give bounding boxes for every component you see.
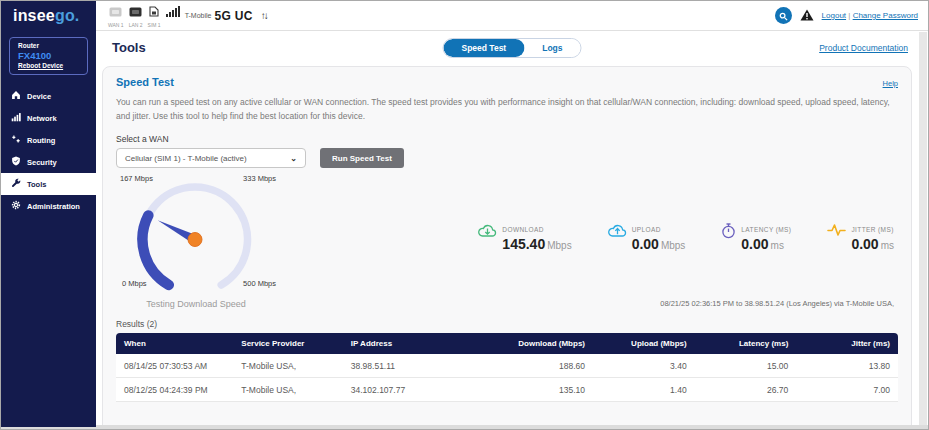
column-header: Upload (Mbps) xyxy=(593,333,695,354)
gauge-status-text: Testing Download Speed xyxy=(116,299,276,309)
product-documentation-link[interactable]: Product Documentation xyxy=(819,43,908,53)
logo-text-right: go. xyxy=(55,7,80,25)
stopwatch-icon xyxy=(721,223,736,243)
search-button[interactable] xyxy=(775,7,792,24)
search-icon xyxy=(779,7,788,25)
column-header: Latency (ms) xyxy=(695,333,797,354)
metrics-row: DOWNLOAD 145.40Mbps UPLOAD 0.00Mbps xyxy=(288,223,894,253)
port-label: LAN 2 xyxy=(129,22,143,28)
inseego-logo: inseego. xyxy=(1,1,96,31)
link-divider: | xyxy=(848,11,850,20)
tab-logs[interactable]: Logs xyxy=(524,39,580,57)
topbar: WAN 1 LAN 2 SIM 1 T-Mobile 5G UC ↑↓ Logo… xyxy=(96,1,928,31)
wan-port-icon xyxy=(109,3,122,21)
logo-text-left: insee xyxy=(13,7,55,25)
traffic-arrows-icon: ↑↓ xyxy=(261,10,267,21)
port-label: SIM 1 xyxy=(148,22,161,28)
sidebar-item-network[interactable]: Network xyxy=(1,107,96,129)
cell-ip: 34.102.107.77 xyxy=(343,378,492,402)
scrollbar-track[interactable] xyxy=(919,32,927,425)
session-info-text: 08/21/25 02:36:15 PM to 38.98.51.24 (Los… xyxy=(288,299,894,309)
cell-ip: 38.98.51.11 xyxy=(343,354,492,378)
reboot-device-link[interactable]: Reboot Device xyxy=(18,62,79,69)
sidebar-item-security[interactable]: Security xyxy=(1,151,96,173)
results-table: When Service Provider IP Address Downloa… xyxy=(116,333,898,402)
cell-jitter: 13.80 xyxy=(796,354,898,378)
sidebar-item-tools[interactable]: Tools xyxy=(1,173,96,195)
port-status-group: WAN 1 LAN 2 SIM 1 xyxy=(108,3,180,28)
metric-label: JITTER (MS) xyxy=(851,226,894,233)
metric-jitter: JITTER (MS) 0.00ms xyxy=(827,223,894,253)
metric-label: LATENCY (MS) xyxy=(741,226,791,233)
wan-port-status: WAN 1 xyxy=(108,3,124,28)
sidebar-item-label: Administration xyxy=(27,202,80,211)
metric-unit: ms xyxy=(771,240,784,251)
lan-port-status: LAN 2 xyxy=(129,3,143,28)
card-title: Speed Test xyxy=(116,76,174,88)
table-row: 08/12/25 04:24:39 PM T-Mobile USA, 34.10… xyxy=(116,378,898,402)
carrier-name: T-Mobile xyxy=(185,12,212,19)
column-header: Service Provider xyxy=(233,333,342,354)
speed-test-description: You can run a speed test on any active c… xyxy=(116,95,890,123)
network-type-badge: 5G UC xyxy=(214,9,252,23)
jitter-icon xyxy=(827,223,846,241)
metric-unit: ms xyxy=(881,240,894,251)
metric-unit: Mbps xyxy=(661,240,685,251)
sidebar-item-label: Routing xyxy=(27,136,55,145)
sidebar-item-label: Security xyxy=(27,158,57,167)
table-row: 08/14/25 07:30:53 AM T-Mobile USA, 38.98… xyxy=(116,354,898,378)
column-header: IP Address xyxy=(343,333,492,354)
metric-latency: LATENCY (MS) 0.00ms xyxy=(721,223,791,253)
gauge-arc xyxy=(132,181,258,291)
bottom-border-strip xyxy=(1,425,928,429)
select-wan-label: Select a WAN xyxy=(116,134,898,144)
shield-icon xyxy=(11,156,21,168)
cloud-download-icon xyxy=(478,223,497,242)
exchange-arrows-icon xyxy=(11,134,21,146)
change-password-link[interactable]: Change Password xyxy=(853,11,918,20)
app-window: inseego. Router FX4100 Reboot Device Dev… xyxy=(0,0,929,430)
metric-label: UPLOAD xyxy=(632,226,686,233)
sidebar-item-label: Device xyxy=(27,92,51,101)
run-speed-test-button[interactable]: Run Speed Test xyxy=(320,148,404,168)
sidebar-item-device[interactable]: Device xyxy=(1,85,96,107)
cell-download: 135.10 xyxy=(491,378,593,402)
lan-port-icon xyxy=(129,3,142,21)
cell-when: 08/12/25 04:24:39 PM xyxy=(116,378,233,402)
metric-value: 0.00 xyxy=(632,236,659,252)
router-model: FX4100 xyxy=(18,50,79,61)
gauge-hub xyxy=(188,233,202,247)
metric-value: 145.40 xyxy=(502,236,545,252)
cell-provider: T-Mobile USA, xyxy=(233,354,342,378)
speed-gauge: 167 Mbps 333 Mbps 0 Mbps 500 Mbps Testin… xyxy=(116,174,288,309)
cell-upload: 3.40 xyxy=(593,354,695,378)
cell-download: 188.60 xyxy=(491,354,593,378)
sidebar-item-routing[interactable]: Routing xyxy=(1,129,96,151)
router-info-box: Router FX4100 Reboot Device xyxy=(9,37,88,75)
router-label: Router xyxy=(18,42,79,49)
tab-speed-test[interactable]: Speed Test xyxy=(443,39,524,57)
chevron-down-icon: ⌄ xyxy=(290,154,297,163)
metric-upload: UPLOAD 0.00Mbps xyxy=(608,223,686,253)
cell-provider: T-Mobile USA, xyxy=(233,378,342,402)
wan-select-dropdown[interactable]: Cellular (SIM 1) - T-Mobile (active) ⌄ xyxy=(116,148,306,168)
sim-card-icon xyxy=(149,3,159,21)
table-header-row: When Service Provider IP Address Downloa… xyxy=(116,333,898,354)
gear-icon xyxy=(11,200,21,212)
column-header: Download (Mbps) xyxy=(491,333,593,354)
port-label: WAN 1 xyxy=(108,22,124,28)
speed-test-card: Speed Test Help You can run a speed test… xyxy=(102,66,912,425)
cell-jitter: 7.00 xyxy=(796,378,898,402)
results-count-label: Results (2) xyxy=(116,319,898,329)
page-title: Tools xyxy=(112,40,146,55)
column-header: When xyxy=(116,333,233,354)
metric-download: DOWNLOAD 145.40Mbps xyxy=(478,223,571,253)
wrench-icon xyxy=(11,178,21,190)
help-link[interactable]: Help xyxy=(883,79,898,88)
logout-link[interactable]: Logout xyxy=(822,11,846,20)
sidebar-item-label: Network xyxy=(27,114,57,123)
sidebar-item-administration[interactable]: Administration xyxy=(1,195,96,217)
alert-button[interactable] xyxy=(800,7,814,25)
signal-bars-icon xyxy=(11,112,21,124)
metric-value: 0.00 xyxy=(741,236,768,252)
